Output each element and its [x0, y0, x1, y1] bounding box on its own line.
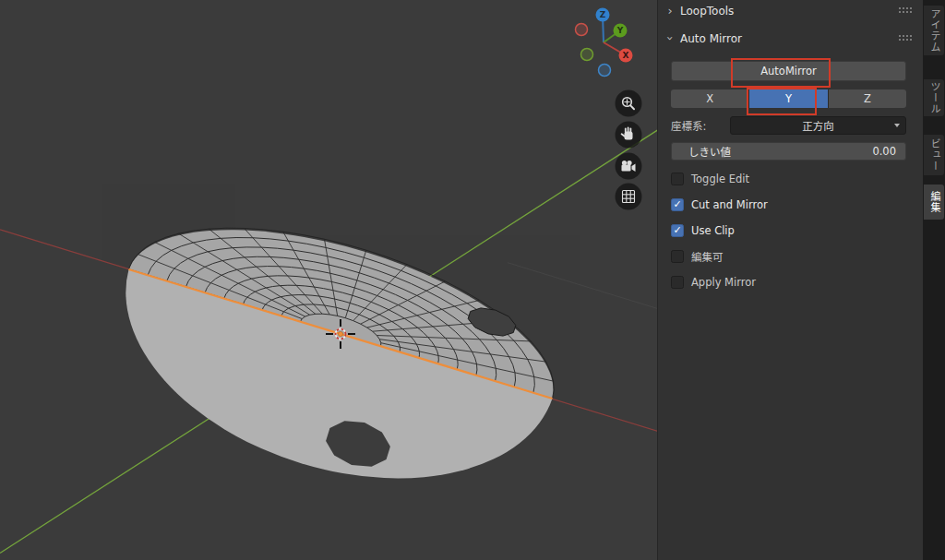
checkbox-cut-and-mirror[interactable]: Cut and Mirror	[671, 197, 906, 211]
checkbox-label: Apply Mirror	[691, 276, 756, 289]
object-origin-dot	[338, 331, 342, 336]
threshold-label: しきい値	[688, 144, 731, 159]
checkbox-box[interactable]	[671, 276, 684, 289]
orientation-dropdown[interactable]: 正方向	[730, 116, 906, 135]
gizmo-neg-x[interactable]	[576, 24, 588, 36]
axis-z-button[interactable]: Z	[829, 89, 906, 108]
chevron-right-icon: ›	[665, 5, 675, 17]
checkbox-label: Cut and Mirror	[691, 198, 768, 211]
axis-x-button[interactable]: X	[671, 89, 748, 108]
panel-title-looptools: LoopTools	[680, 5, 734, 18]
panel-drag-grip[interactable]	[899, 35, 913, 41]
checkbox-label: 編集可	[691, 249, 724, 264]
checkbox-label: Toggle Edit	[691, 173, 749, 185]
panel-header-looptools[interactable]: › LoopTools	[658, 0, 923, 20]
tab-tool[interactable]: ツール	[924, 79, 944, 116]
tab-view[interactable]: ビュー	[924, 135, 944, 175]
chevron-down-icon: ›	[664, 34, 676, 43]
checkbox-box[interactable]	[671, 173, 684, 185]
checkbox-box[interactable]	[671, 224, 684, 237]
threshold-slider[interactable]: しきい値 0.00	[671, 142, 906, 161]
checkbox-box[interactable]	[671, 198, 684, 211]
navigation-gizmo[interactable]: Z Y X	[576, 8, 633, 77]
panel-title-auto-mirror: Auto Mirror	[680, 32, 742, 45]
camera-button[interactable]	[616, 153, 642, 180]
threshold-value: 0.00	[872, 145, 896, 158]
checkbox-use-clip[interactable]: Use Clip	[671, 223, 906, 237]
viewport-nav-buttons[interactable]	[616, 90, 642, 210]
gizmo-neg-z[interactable]	[599, 65, 611, 77]
checkbox-toggle-edit[interactable]: Toggle Edit	[671, 172, 906, 185]
pan-button[interactable]	[616, 122, 642, 149]
axis-toggle-group: X Y Z	[671, 89, 906, 108]
orientation-row: 座標系: 正方向	[671, 116, 906, 135]
gizmo-neg-y[interactable]	[581, 49, 593, 61]
gizmo-x-label: X	[623, 51, 629, 60]
orientation-value: 正方向	[802, 118, 834, 133]
axis-y-button[interactable]: Y	[749, 89, 827, 108]
checkbox-label: Use Clip	[691, 224, 735, 237]
grid-button[interactable]	[616, 184, 642, 210]
auto-mirror-body: AutoMirror X Y Z 座標系: 正方向 しきい値 0.00 Togg…	[658, 48, 923, 289]
orientation-label: 座標系:	[671, 118, 730, 133]
checkbox-box[interactable]	[671, 250, 684, 263]
panel-header-auto-mirror[interactable]: › Auto Mirror	[658, 28, 923, 48]
automirror-button[interactable]: AutoMirror	[671, 61, 906, 81]
sidebar-tabstrip: アイテム ツール ビュー 編集	[923, 0, 945, 560]
blender-window: Z Y X	[0, 0, 945, 560]
sidebar-panel: › LoopTools › Auto Mirror AutoMirror X Y…	[657, 0, 923, 560]
tab-edit[interactable]: 編集	[924, 185, 944, 220]
panel-drag-grip[interactable]	[899, 7, 913, 13]
zoom-button[interactable]	[616, 90, 642, 117]
gizmo-y-label: Y	[616, 26, 624, 35]
gizmo-z-label: Z	[600, 10, 606, 19]
tab-item[interactable]: アイテム	[924, 6, 944, 55]
checkbox-apply-mirror[interactable]: Apply Mirror	[671, 275, 906, 289]
checkbox-editable[interactable]: 編集可	[671, 249, 906, 263]
chevron-down-icon	[894, 124, 900, 127]
